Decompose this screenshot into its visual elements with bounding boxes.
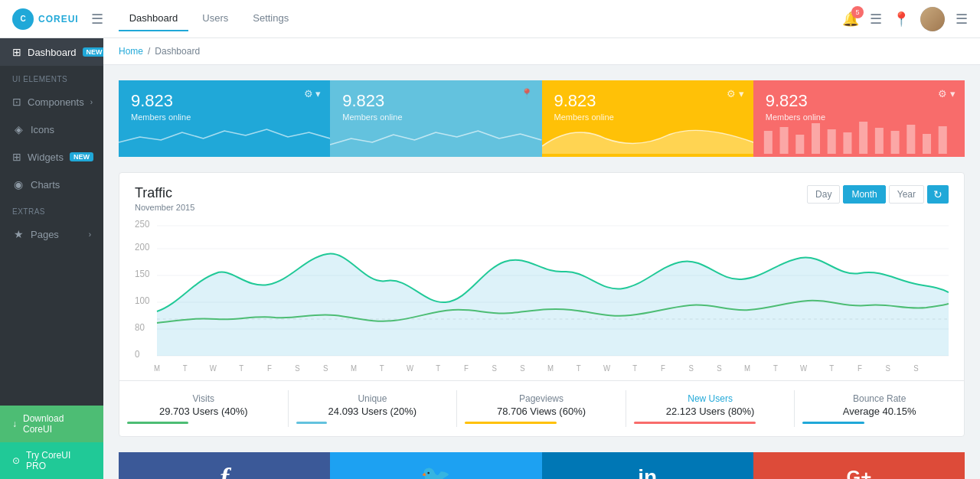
svg-text:T: T (632, 364, 637, 373)
sidebar-label-icons: Icons (31, 124, 54, 135)
menu-icon[interactable]: ☰ (956, 11, 968, 28)
yellow-card-gear[interactable]: ⚙ ▾ (727, 88, 744, 99)
stat-card-cyan: 📍 9.823 Members online (330, 80, 541, 157)
svg-text:M: M (547, 364, 554, 373)
sidebar-bottom: ↓ Download CoreUI ⊙ Try CoreUI PRO (0, 406, 103, 479)
avatar[interactable] (920, 7, 945, 31)
newusers-label: New Users (634, 393, 787, 404)
layout: ⊞ Dashboard NEW UI ELEMENTS ⊡ Components… (0, 38, 980, 479)
nav-link-settings[interactable]: Settings (242, 6, 299, 31)
visits-bar (127, 422, 188, 424)
traffic-stat-visits: Visits 29.703 Users (40%) (119, 390, 289, 427)
svg-text:M: M (744, 364, 750, 373)
logo-icon: C (12, 8, 34, 30)
traffic-card: Traffic November 2015 Day Month Year ↻ 2… (119, 172, 965, 437)
twitter-card[interactable]: 🐦 (330, 452, 541, 479)
svg-text:T: T (436, 364, 440, 373)
sidebar-item-pages[interactable]: ★ Pages › (0, 220, 103, 248)
svg-text:T: T (183, 364, 188, 373)
sidebar-item-icons[interactable]: ◈ Icons (0, 116, 103, 143)
blue-card-gear[interactable]: ⚙ ▾ (304, 88, 322, 99)
traffic-controls: Day Month Year ↻ (807, 185, 949, 204)
sidebar-label-charts: Charts (31, 179, 60, 191)
notification-icon[interactable]: 🔔 5 (842, 11, 859, 28)
svg-text:0: 0 (135, 349, 140, 359)
sidebar-section-extras: EXTRAS (0, 198, 103, 220)
traffic-subtitle: November 2015 (135, 203, 194, 212)
yellow-card-chart (542, 116, 753, 157)
day-button[interactable]: Day (807, 185, 840, 204)
svg-text:W: W (603, 364, 611, 373)
location-icon[interactable]: 📍 (893, 11, 910, 28)
breadcrumb-separator: / (148, 46, 150, 57)
svg-text:250: 250 (135, 220, 150, 229)
svg-rect-11 (938, 126, 946, 154)
svg-text:S: S (886, 364, 891, 373)
sidebar-item-dashboard[interactable]: ⊞ Dashboard NEW (0, 38, 103, 66)
charts-icon: ◉ (12, 178, 24, 191)
svg-text:T: T (239, 364, 243, 373)
svg-text:100: 100 (135, 295, 150, 305)
svg-text:S: S (913, 364, 919, 373)
svg-text:F: F (858, 364, 862, 373)
sidebar-label-components: Components (28, 96, 84, 108)
notification-badge: 5 (851, 6, 864, 18)
bounce-bar (802, 422, 864, 424)
svg-rect-3 (812, 123, 820, 154)
try-label: Try CoreUI PRO (26, 450, 91, 471)
svg-text:F: F (661, 364, 665, 373)
svg-rect-8 (890, 131, 899, 154)
stat-card-blue: ⚙ ▾ 9.823 Members online (119, 80, 330, 157)
stat-card-red: ⚙ ▾ 9.823 Members online (753, 80, 965, 157)
download-icon: ↓ (12, 419, 17, 429)
nav-link-users[interactable]: Users (191, 6, 239, 31)
blue-card-value: 9.823 (131, 91, 318, 111)
visits-value: 29.703 Users (40%) (127, 406, 280, 417)
nav-link-dashboard[interactable]: Dashboard (119, 6, 189, 31)
svg-text:S: S (323, 364, 328, 373)
social-cards: f 🐦 in G+ (119, 452, 965, 479)
svg-text:80: 80 (135, 322, 145, 332)
traffic-title: Traffic (135, 185, 194, 201)
svg-text:150: 150 (135, 269, 150, 279)
month-button[interactable]: Month (843, 185, 885, 204)
pageviews-bar (465, 422, 557, 424)
year-button[interactable]: Year (889, 185, 924, 204)
list-icon[interactable]: ☰ (870, 11, 882, 28)
googleplus-card[interactable]: G+ (753, 452, 965, 479)
cyan-card-value: 9.823 (342, 91, 529, 111)
sidebar-label-dashboard: Dashboard (28, 47, 77, 58)
svg-text:T: T (380, 364, 384, 373)
svg-text:T: T (773, 364, 778, 373)
facebook-card[interactable]: f (119, 452, 330, 479)
try-pro-button[interactable]: ⊙ Try CoreUI PRO (0, 442, 103, 479)
unique-bar (296, 422, 327, 424)
svg-text:W: W (210, 364, 217, 373)
sidebar-item-widgets[interactable]: ⊞ Widgets NEW (0, 143, 103, 171)
breadcrumb-home[interactable]: Home (119, 46, 143, 57)
red-card-value: 9.823 (766, 91, 952, 111)
svg-rect-10 (923, 134, 931, 154)
chart-area: 250 200 150 100 80 0 (119, 212, 964, 380)
download-coreui-button[interactable]: ↓ Download CoreUI (0, 406, 103, 442)
hamburger-icon[interactable]: ☰ (91, 11, 103, 28)
cyan-card-gear[interactable]: 📍 (521, 88, 533, 99)
traffic-stats: Visits 29.703 Users (40%) Unique 24.093 … (119, 380, 964, 436)
stat-cards: ⚙ ▾ 9.823 Members online 📍 9.823 Members… (119, 80, 965, 157)
sidebar-item-components[interactable]: ⊡ Components › (0, 88, 103, 116)
stat-card-yellow: ⚙ ▾ 9.823 Members online (542, 80, 753, 157)
nav-right: 🔔 5 ☰ 📍 ☰ (842, 7, 968, 31)
unique-label: Unique (296, 393, 449, 404)
sidebar-item-charts[interactable]: ◉ Charts (0, 171, 103, 198)
linkedin-card[interactable]: in (542, 452, 753, 479)
pageviews-value: 78.706 Views (60%) (465, 406, 618, 417)
nav-links: Dashboard Users Settings (119, 6, 842, 31)
newusers-bar (634, 422, 756, 424)
newusers-value: 22.123 Users (80%) (634, 406, 787, 417)
refresh-button[interactable]: ↻ (927, 185, 949, 204)
svg-text:W: W (407, 364, 414, 373)
yellow-card-value: 9.823 (554, 91, 741, 111)
pageviews-label: Pageviews (465, 393, 618, 404)
svg-rect-2 (795, 135, 804, 154)
red-card-gear[interactable]: ⚙ ▾ (938, 88, 956, 99)
